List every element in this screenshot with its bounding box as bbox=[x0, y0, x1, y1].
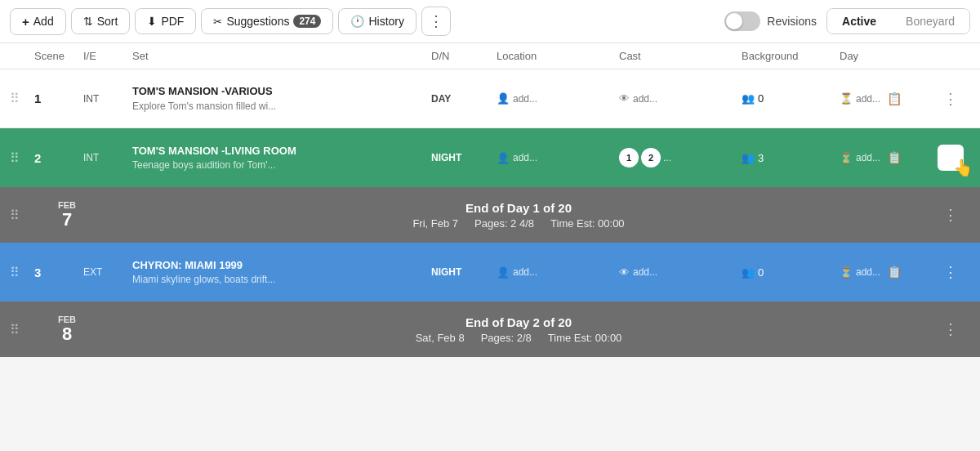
eye-icon: 👁 bbox=[619, 92, 630, 105]
scene-title: CHYRON: MIAMI 1999 bbox=[132, 259, 431, 273]
scene-description: Teenage boys audition for Tom'... bbox=[132, 159, 312, 171]
add-button[interactable]: + Add bbox=[10, 8, 66, 35]
suggestions-icon: ✂ bbox=[213, 16, 222, 28]
pdf-icon: ⬇ bbox=[147, 15, 157, 28]
group-icon: 👥 bbox=[742, 152, 755, 164]
hourglass-icon: ⏳ bbox=[840, 266, 853, 279]
scene-number: 2 bbox=[34, 151, 83, 165]
drag-handle[interactable]: ⠿ bbox=[10, 265, 34, 280]
day-separator-row: ⠿ FEB 8 End of Day 2 of 20 Sat, Feb 8 Pa… bbox=[0, 301, 980, 357]
cast-add[interactable]: 👁 add... bbox=[619, 92, 742, 105]
scene-title: TOM'S MANSION -VARIOUS bbox=[132, 85, 431, 99]
cast-avatar-2: 2 bbox=[641, 148, 661, 167]
revisions-toggle-wrap: Revisions bbox=[724, 11, 817, 31]
table-row: ⠿ 3 EXT CHYRON: MIAMI 1999 Miami skyline… bbox=[0, 243, 980, 301]
bg-count-value: 0 bbox=[758, 266, 764, 279]
scene-set: TOM'S MANSION -VARIOUS Explore Tom's man… bbox=[132, 85, 431, 112]
active-boneyard-tabs: Active Boneyard bbox=[826, 8, 970, 34]
location-add-label: add... bbox=[513, 152, 537, 163]
cast-add-label: add... bbox=[633, 93, 657, 105]
cast-avatar-1: 1 bbox=[619, 148, 639, 167]
day-add-label: add... bbox=[856, 93, 880, 105]
row-menu-button[interactable]: ⋮ bbox=[938, 145, 964, 171]
row-menu-container: ⋮ 👆 bbox=[938, 145, 970, 171]
day-add[interactable]: ⏳ add... 📋 bbox=[840, 150, 938, 165]
hourglass-icon: ⏳ bbox=[840, 152, 853, 164]
col-cast: Cast bbox=[619, 50, 742, 62]
history-icon: 🕐 bbox=[350, 15, 364, 28]
day-time-label: Time Est: 00:00 bbox=[550, 217, 625, 230]
note-icon: 📋 bbox=[887, 92, 902, 106]
day-add-label: add... bbox=[856, 266, 880, 278]
drag-handle[interactable]: ⠿ bbox=[10, 150, 34, 166]
add-icon: + bbox=[22, 15, 29, 29]
suggestions-label: Suggestions bbox=[226, 15, 289, 28]
location-add[interactable]: 👤 add... bbox=[497, 266, 619, 279]
dn-tag: NIGHT bbox=[431, 266, 497, 278]
row-menu-button[interactable]: ⋮ bbox=[938, 259, 964, 285]
pdf-button[interactable]: ⬇ PDF bbox=[135, 8, 196, 34]
person-icon: 👤 bbox=[497, 266, 510, 279]
revisions-toggle[interactable] bbox=[724, 11, 760, 31]
day-number: 7 bbox=[34, 210, 100, 230]
ie-tag: EXT bbox=[83, 266, 132, 278]
location-add[interactable]: 👤 add... bbox=[497, 92, 619, 105]
tab-active[interactable]: Active bbox=[827, 9, 891, 33]
day-title: End of Day 2 of 20 bbox=[466, 315, 572, 329]
drag-handle[interactable]: ⠿ bbox=[10, 208, 34, 223]
sort-icon: ⇅ bbox=[83, 15, 93, 28]
add-label: Add bbox=[33, 15, 54, 28]
day-meta: Fri, Feb 7 Pages: 2 4/8 Time Est: 00:00 bbox=[412, 217, 624, 230]
col-set: Set bbox=[132, 50, 431, 62]
col-scene: Scene bbox=[34, 50, 83, 62]
person-icon: 👤 bbox=[497, 92, 510, 105]
day-add[interactable]: ⏳ add... 📋 bbox=[840, 92, 938, 106]
sort-label: Sort bbox=[97, 15, 118, 28]
day-menu-button[interactable]: ⋮ bbox=[938, 316, 964, 342]
history-button[interactable]: 🕐 History bbox=[338, 8, 416, 34]
ie-tag: INT bbox=[83, 152, 132, 163]
day-add-label: add... bbox=[856, 152, 880, 163]
drag-handle[interactable]: ⠿ bbox=[10, 91, 34, 106]
day-menu-button[interactable]: ⋮ bbox=[938, 202, 964, 228]
dn-tag: DAY bbox=[431, 93, 497, 105]
bg-count-value: 3 bbox=[758, 152, 764, 164]
day-info: End of Day 2 of 20 Sat, Feb 8 Pages: 2/8… bbox=[100, 315, 938, 344]
table-row: ⠿ 1 INT TOM'S MANSION -VARIOUS Explore T… bbox=[0, 69, 980, 128]
group-icon: 👥 bbox=[742, 92, 755, 105]
more-options-button[interactable]: ⋮ bbox=[421, 7, 451, 36]
day-time-label: Time Est: 00:00 bbox=[548, 332, 622, 344]
cast-add[interactable]: 👁 add... bbox=[619, 266, 742, 279]
background-count: 👥 0 bbox=[742, 92, 840, 105]
suggestions-button[interactable]: ✂ Suggestions 274 bbox=[201, 8, 333, 34]
sort-button[interactable]: ⇅ Sort bbox=[71, 8, 131, 34]
day-pages-label: Pages: 2/8 bbox=[481, 332, 532, 344]
cast-avatars: 1 2 ... bbox=[619, 148, 742, 167]
revisions-label: Revisions bbox=[767, 15, 817, 28]
bg-count-value: 0 bbox=[758, 92, 764, 105]
history-label: History bbox=[368, 15, 404, 28]
day-date-label: Sat, Feb 8 bbox=[416, 332, 465, 344]
col-ie: I/E bbox=[83, 50, 132, 62]
day-add[interactable]: ⏳ add... 📋 bbox=[840, 265, 938, 279]
day-separator-row: ⠿ FEB 7 End of Day 1 of 20 Fri, Feb 7 Pa… bbox=[0, 187, 980, 243]
scene-set: CHYRON: MIAMI 1999 Miami skyline glows, … bbox=[132, 259, 431, 286]
day-date: FEB 7 bbox=[34, 200, 100, 230]
day-meta: Sat, Feb 8 Pages: 2/8 Time Est: 00:00 bbox=[416, 332, 622, 344]
day-title: End of Day 1 of 20 bbox=[466, 201, 572, 215]
drag-handle[interactable]: ⠿ bbox=[10, 322, 34, 337]
cast-more: ... bbox=[663, 152, 671, 163]
pdf-label: PDF bbox=[161, 15, 184, 28]
tab-boneyard[interactable]: Boneyard bbox=[891, 9, 969, 33]
note-icon: 📋 bbox=[887, 150, 902, 165]
day-month: FEB bbox=[34, 200, 100, 210]
day-info: End of Day 1 of 20 Fri, Feb 7 Pages: 2 4… bbox=[100, 201, 938, 230]
note-icon: 📋 bbox=[887, 265, 902, 279]
group-icon: 👥 bbox=[742, 266, 755, 279]
day-date: FEB 8 bbox=[34, 315, 100, 344]
col-background: Background bbox=[742, 50, 840, 62]
row-menu-button[interactable]: ⋮ bbox=[938, 86, 964, 112]
scene-number: 3 bbox=[34, 266, 83, 279]
background-count: 👥 3 bbox=[742, 152, 840, 164]
location-add[interactable]: 👤 add... bbox=[497, 152, 619, 164]
